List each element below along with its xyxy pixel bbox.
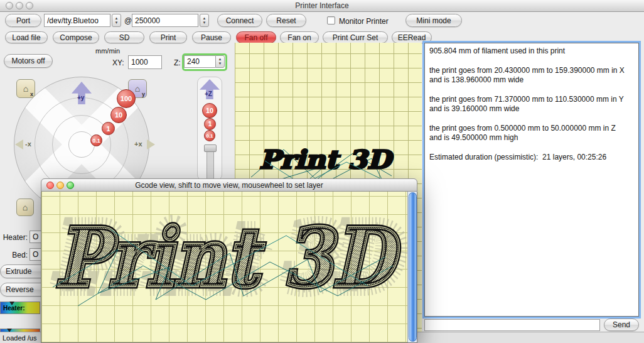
z-slider-thumb[interactable]	[204, 144, 217, 152]
sd-button[interactable]: SD	[104, 31, 144, 43]
minimize-icon[interactable]	[16, 2, 23, 9]
jog-step-10[interactable]: 10	[110, 107, 127, 123]
jog-ring	[68, 131, 95, 158]
command-input[interactable]	[424, 319, 600, 331]
window-title: Printer Interface	[0, 0, 644, 11]
gcode-window-title: Gcode view, shift to move view, mousewhe…	[41, 179, 417, 192]
bed-label: Bed:	[1, 251, 28, 259]
pause-button[interactable]: Pause	[192, 31, 231, 43]
log-line	[429, 143, 634, 153]
heater-label: Heater:	[1, 233, 28, 242]
home-all-button[interactable]: ⌂	[16, 199, 34, 216]
log-line	[429, 85, 634, 95]
port-button[interactable]: Port	[5, 14, 41, 27]
print-button[interactable]: Print	[149, 31, 187, 43]
z-feedrate-input[interactable]	[184, 55, 215, 68]
baudrate-stepper[interactable]: ▲▼	[200, 14, 209, 27]
motors-off-button[interactable]: Motors off	[4, 54, 53, 68]
z-feed-label: Z:	[174, 58, 181, 67]
plus-x-label: +x	[134, 140, 142, 148]
home-x-axis-label: x	[30, 91, 33, 97]
log-line: the print goes from 71.370000 mm to 110.…	[429, 95, 634, 105]
log-line: the print goes from 20.430000 mm to 159.…	[429, 66, 634, 76]
mini-mode-button[interactable]: Mini mode	[405, 14, 462, 27]
close-icon[interactable]	[6, 2, 13, 9]
main-titlebar: Printer Interface	[0, 0, 644, 12]
svg-text:Print 3D: Print 3D	[55, 210, 401, 305]
port-input[interactable]	[44, 14, 110, 27]
baudrate-input[interactable]	[132, 14, 198, 27]
home-y-axis-label: y	[142, 91, 145, 97]
monitor-printer-label: Monitor Printer	[339, 17, 389, 26]
log-line: and is 49.500000 mm high	[429, 133, 634, 143]
jog-minus-x-arrow[interactable]	[15, 139, 23, 150]
zoom-icon[interactable]	[67, 182, 74, 189]
monitor-printer-checkbox[interactable]	[327, 16, 335, 24]
home-icon: ⌂	[135, 84, 140, 94]
connect-button[interactable]: Connect	[217, 14, 262, 27]
log-line: the print goes from 0.500000 mm to 50.00…	[429, 124, 634, 134]
svg-text:Print 3D: Print 3D	[259, 144, 394, 174]
home-icon: ⌂	[23, 84, 28, 94]
z-jog-column[interactable]: +Z 10 1 0.1	[196, 77, 225, 185]
jog-step-100[interactable]: 100	[117, 89, 136, 108]
close-icon[interactable]	[46, 182, 54, 189]
gcode-layer-view[interactable]: Print 3D Print 3D Print 3D Print 3D	[41, 192, 417, 343]
home-icon: ⌂	[23, 202, 28, 212]
send-button[interactable]: Send	[604, 318, 639, 331]
z-step-0-1[interactable]: 0.1	[204, 130, 215, 141]
gcode-artwork: Print 3D Print 3D Print 3D Print 3D	[41, 192, 409, 343]
gcode-scrollbar-thumb[interactable]	[409, 192, 417, 342]
minimize-icon[interactable]	[56, 182, 64, 189]
print-curr-set-button[interactable]: Print Curr Set	[323, 31, 388, 43]
log-line: Estimated duration (pessimistic): 21 lay…	[429, 153, 634, 163]
load-file-button[interactable]: Load file	[5, 31, 48, 43]
eeread-button[interactable]: EERead	[392, 31, 432, 43]
z-feedrate-stepper[interactable]: ▲▼	[215, 55, 225, 68]
z-feedrate-group: ▲▼	[184, 55, 225, 69]
home-x-button[interactable]: ⌂ x	[16, 79, 35, 98]
gcode-window-titlebar[interactable]: Gcode view, shift to move view, mousewhe…	[41, 178, 417, 192]
feedrate-unit-label: mm/min	[95, 47, 120, 55]
log-output[interactable]: 905.804 mm of filament used in this prin…	[424, 43, 639, 317]
xy-feedrate-input[interactable]	[128, 55, 162, 69]
heater-gauge-label: Heater:	[3, 305, 24, 312]
z-step-1[interactable]: 1	[204, 118, 216, 130]
jog-step-0-1[interactable]: 0.1	[90, 134, 102, 146]
gcode-view-window[interactable]: Gcode view, shift to move view, mousewhe…	[41, 178, 417, 343]
gcode-scrollbar[interactable]	[407, 192, 417, 343]
port-stepper[interactable]: ▲▼	[112, 14, 121, 27]
plus-z-label: +Z	[205, 90, 212, 97]
compose-button[interactable]: Compose	[53, 31, 99, 43]
log-line	[429, 114, 634, 124]
zoom-icon[interactable]	[26, 2, 33, 9]
at-label: @	[124, 16, 132, 25]
plus-y-label: +y	[77, 94, 84, 101]
log-line	[429, 57, 634, 66]
log-line: and is 39.160000 mm wide	[429, 104, 634, 114]
fan-on-button[interactable]: Fan on	[280, 31, 319, 43]
fan-off-button[interactable]: Fan off	[236, 31, 276, 43]
xy-feed-label: XY:	[112, 58, 124, 67]
jog-plus-x-arrow[interactable]	[147, 139, 155, 150]
status-text: Loaded /us	[3, 334, 36, 342]
heater-gauge-marker	[9, 302, 14, 305]
heater-temp-gauge: Heater:	[0, 302, 40, 314]
minus-x-label: -x	[25, 140, 31, 148]
jog-step-1[interactable]: 1	[102, 122, 115, 135]
log-line: and is 138.960000 mm wide	[429, 75, 634, 85]
reset-button[interactable]: Reset	[266, 14, 306, 27]
log-line: 905.804 mm of filament used in this prin…	[429, 46, 634, 57]
z-step-10[interactable]: 10	[202, 103, 217, 118]
